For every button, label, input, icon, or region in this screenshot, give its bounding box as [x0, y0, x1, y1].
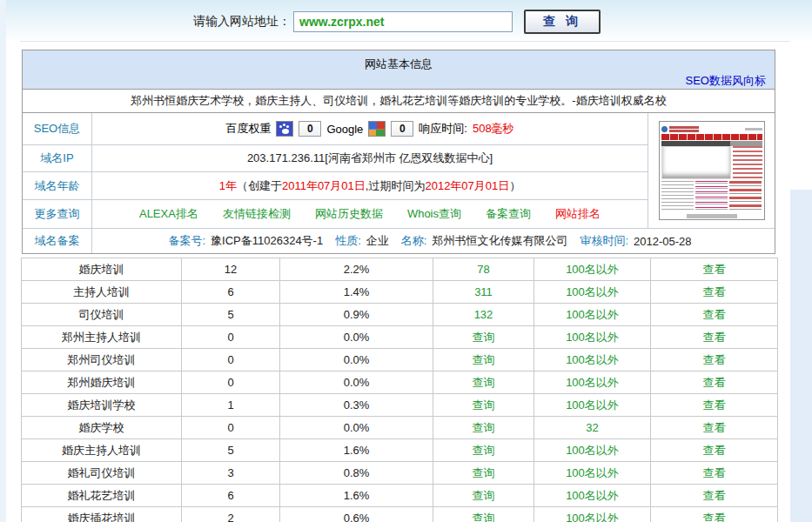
baidu-paw-icon[interactable]	[276, 121, 293, 137]
table-row: 婚庆学校00.0%查询32查看	[22, 417, 778, 439]
density-cell: 0.9%	[280, 304, 433, 326]
baidu-index-cell: 2	[182, 507, 280, 522]
thumbnail-columns	[661, 181, 762, 212]
separator-line	[20, 41, 790, 42]
keyword-table-body: 婚庆培训122.2%78100名以外查看主持人培训61.4%311100名以外查…	[22, 258, 778, 522]
density-cell: 1.6%	[280, 485, 433, 507]
density-cell: 0.6%	[280, 507, 433, 522]
table-row: 婚礼司仪培训30.8%查询100名以外查看	[22, 462, 778, 485]
baidu-result-cell[interactable]: 查询	[433, 349, 534, 371]
icp-audit-key: 审核时间:	[580, 233, 628, 249]
view-cell[interactable]: 查看	[651, 326, 778, 349]
view-cell[interactable]: 查看	[651, 417, 778, 439]
view-cell[interactable]: 查看	[651, 439, 778, 462]
baidu-result-cell[interactable]: 查询	[433, 439, 534, 462]
baidu-result-cell[interactable]: 查询	[433, 462, 534, 485]
whois-query-link[interactable]: Whois查询	[407, 206, 461, 222]
keyword-cell: 郑州司仪培训	[22, 349, 182, 371]
rank-cell: 100名以外	[534, 462, 651, 485]
density-cell: 0.0%	[280, 326, 433, 349]
baidu-result-cell[interactable]: 132	[433, 304, 534, 326]
site-rank-link[interactable]: 网站排名	[555, 206, 601, 222]
seo-trend-link[interactable]: SEO数据风向标	[686, 73, 766, 89]
baidu-index-cell: 6	[182, 281, 280, 304]
page-left-margin	[0, 0, 6, 522]
keyword-rank-table: 婚庆培训122.2%78100名以外查看主持人培训61.4%311100名以外查…	[21, 258, 778, 522]
keyword-cell: 郑州主持人培训	[22, 326, 182, 349]
more-query-label: 更多查询	[23, 200, 92, 229]
baidu-index-cell: 5	[182, 439, 280, 462]
google-icon[interactable]	[368, 121, 386, 137]
density-cell: 0.0%	[280, 417, 433, 439]
site-info-module: 网站基本信息 SEO数据风向标 郑州书恒婚庆艺术学校，婚庆主持人、司仪培训，婚礼…	[22, 50, 775, 254]
baidu-result-cell[interactable]: 查询	[433, 326, 534, 349]
thumbnail-header	[661, 124, 762, 134]
baidu-result-cell[interactable]: 查询	[433, 485, 534, 507]
icp-query-link[interactable]: 备案查询	[486, 206, 531, 222]
response-time-value: 508毫秒	[473, 121, 514, 137]
icp-audit-value: 2012-05-28	[634, 235, 692, 248]
view-cell[interactable]: 查看	[651, 485, 778, 507]
table-row: 婚庆插花培训20.6%查询100名以外查看	[22, 507, 778, 522]
baidu-index-cell: 0	[182, 371, 280, 394]
seo-info-row: 百度权重 0 Google 0 响应时间: 508毫秒	[92, 113, 648, 145]
view-cell[interactable]: 查看	[651, 258, 778, 281]
thumbnail-column-middle	[695, 181, 728, 212]
thumbnail-logo-icon	[661, 126, 668, 132]
rank-cell: 100名以外	[534, 507, 651, 522]
table-row: 主持人培训61.4%311100名以外查看	[22, 281, 778, 304]
google-label: Google	[326, 123, 363, 136]
alexa-rank-link[interactable]: ALEXA排名	[139, 206, 198, 222]
density-cell: 2.2%	[280, 258, 433, 281]
keyword-cell: 婚庆培训学校	[22, 394, 182, 417]
baidu-result-cell[interactable]: 查询	[433, 371, 534, 394]
site-history-link[interactable]: 网站历史数据	[315, 206, 383, 222]
thumbnail-logo-text	[669, 126, 699, 132]
baidu-result-cell[interactable]: 78	[433, 258, 534, 281]
icp-number-key: 备案号:	[168, 233, 205, 249]
view-cell[interactable]: 查看	[651, 462, 778, 485]
keyword-cell: 婚礼司仪培训	[22, 462, 182, 485]
table-row: 婚庆培训122.2%78100名以外查看	[22, 258, 778, 281]
keyword-cell: 婚庆培训	[22, 258, 182, 281]
view-cell[interactable]: 查看	[651, 281, 778, 304]
thumbnail-sidebar	[733, 146, 762, 179]
density-cell: 1.4%	[280, 281, 433, 304]
domain-age-years: 1年	[219, 178, 237, 194]
rank-cell: 100名以外	[534, 394, 651, 417]
site-description: 郑州书恒婚庆艺术学校，婚庆主持人、司仪培训，婚礼花艺培训等婚庆培训的专业学校。-…	[22, 90, 775, 113]
density-cell: 1.6%	[280, 439, 433, 462]
table-row: 郑州主持人培训00.0%查询100名以外查看	[22, 326, 778, 349]
density-cell: 0.3%	[280, 394, 433, 417]
site-thumbnail[interactable]	[659, 121, 765, 220]
view-cell[interactable]: 查看	[651, 371, 778, 394]
view-cell[interactable]: 查看	[651, 394, 778, 417]
query-button[interactable]: 查 询	[524, 10, 601, 34]
table-row: 婚礼花艺培训61.6%查询100名以外查看	[22, 485, 778, 507]
info-grid: SEO信息 百度权重 0 Google 0 响应时间: 508毫秒	[22, 113, 775, 254]
more-query-row: ALEXA排名 友情链接检测 网站历史数据 Whois查询 备案查询 网站排名	[92, 200, 648, 229]
baidu-result-cell[interactable]: 查询	[433, 417, 534, 439]
icp-nature-key: 性质:	[335, 233, 361, 249]
table-row: 郑州司仪培训00.0%查询100名以外查看	[22, 349, 778, 371]
view-cell[interactable]: 查看	[651, 304, 778, 326]
density-cell: 0.0%	[280, 371, 433, 394]
keyword-cell: 婚庆学校	[22, 417, 182, 439]
baidu-result-cell[interactable]: 查询	[433, 507, 534, 522]
friend-link-check-link[interactable]: 友情链接检测	[223, 206, 291, 222]
view-cell[interactable]: 查看	[651, 349, 778, 371]
table-row: 司仪培训50.9%132100名以外查看	[22, 304, 778, 326]
domain-icp-label: 域名备案	[23, 229, 92, 253]
thumbnail-column-right	[729, 181, 762, 212]
baidu-result-cell[interactable]: 311	[433, 281, 534, 304]
domain-age-row: 1年 （创建于 2011年07月01日 ,过期时间为 2012年07月01日 ）	[92, 172, 648, 200]
response-time-label: 响应时间:	[419, 121, 467, 137]
site-url-input[interactable]	[293, 11, 513, 32]
baidu-index-cell: 6	[182, 485, 280, 507]
domain-ip-label: 域名IP	[23, 145, 92, 172]
age-text-3: ）	[509, 178, 520, 194]
baidu-result-cell[interactable]: 查询	[433, 394, 534, 417]
thumbnail-banner	[661, 146, 731, 179]
thumbnail-footer	[661, 214, 762, 218]
view-cell[interactable]: 查看	[651, 507, 778, 522]
